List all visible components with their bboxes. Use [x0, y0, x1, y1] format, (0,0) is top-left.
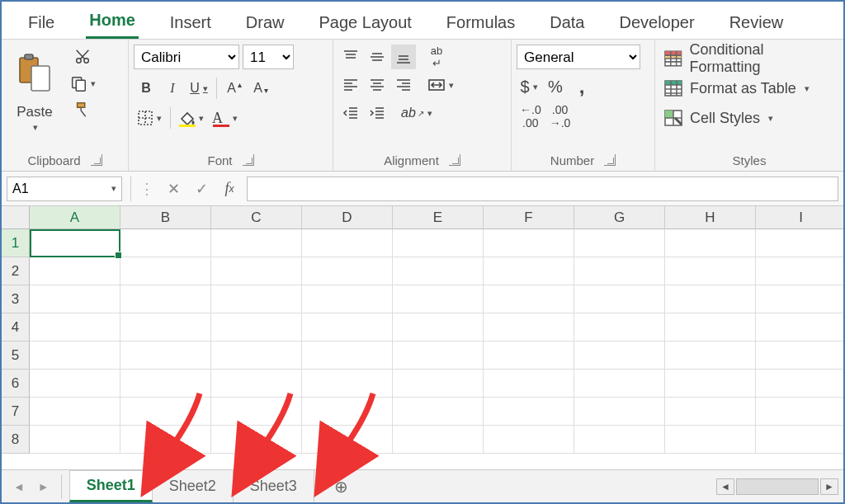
- paste-label: Paste: [17, 104, 52, 120]
- font-size-select[interactable]: 11: [243, 45, 294, 69]
- ribbon-tabs: File Home Insert Draw Page Layout Formul…: [2, 2, 843, 40]
- align-right-button[interactable]: [391, 73, 416, 97]
- row-header[interactable]: 2: [2, 257, 30, 285]
- decrease-decimal-button[interactable]: .00→.0: [546, 104, 574, 129]
- cells[interactable]: [30, 229, 843, 454]
- tab-page-layout[interactable]: Page Layout: [316, 13, 415, 39]
- row-header[interactable]: 5: [2, 341, 30, 370]
- column-header[interactable]: E: [393, 206, 484, 229]
- insert-function-button[interactable]: fx: [215, 177, 243, 201]
- column-header[interactable]: H: [665, 206, 756, 229]
- column-header[interactable]: D: [302, 206, 393, 229]
- align-left-button[interactable]: [338, 73, 363, 97]
- bold-button[interactable]: B: [134, 76, 158, 101]
- decrease-indent-button[interactable]: [338, 101, 363, 125]
- paste-button[interactable]: [10, 45, 59, 102]
- group-label-font: Font: [207, 153, 232, 167]
- tab-insert[interactable]: Insert: [167, 13, 215, 39]
- tab-review[interactable]: Review: [726, 13, 787, 39]
- group-font: Calibri 11 B I U▾ A▴ A▾ ▾ ▾: [129, 40, 333, 171]
- orientation-button[interactable]: ab↗▾: [398, 101, 436, 125]
- align-middle-button[interactable]: [365, 45, 389, 69]
- prev-sheet-button[interactable]: ◄: [7, 477, 31, 497]
- group-styles: Conditional Formatting Format as Table▾ …: [655, 40, 843, 171]
- next-sheet-button[interactable]: ►: [31, 477, 56, 497]
- wrap-text-button[interactable]: ab↵: [424, 45, 449, 69]
- tab-file[interactable]: File: [25, 13, 58, 39]
- number-format-select[interactable]: General: [517, 45, 640, 69]
- row-header[interactable]: 1: [2, 229, 30, 257]
- tab-formulas[interactable]: Formulas: [443, 13, 518, 39]
- column-header[interactable]: A: [30, 206, 120, 229]
- tab-home[interactable]: Home: [86, 11, 139, 39]
- increase-decimal-button[interactable]: ←.0.00: [517, 104, 545, 129]
- formula-input[interactable]: [247, 177, 838, 201]
- column-header[interactable]: G: [574, 206, 665, 229]
- group-clipboard: Paste ▾ ▾ Clipboard: [2, 40, 129, 171]
- align-bottom-button[interactable]: [391, 45, 416, 69]
- italic-button[interactable]: I: [160, 76, 185, 101]
- group-label-alignment: Alignment: [384, 153, 439, 167]
- name-box[interactable]: A1 ▾: [7, 177, 122, 201]
- row-header[interactable]: 8: [2, 426, 30, 454]
- svg-rect-2: [31, 66, 50, 91]
- row-header[interactable]: 6: [2, 370, 30, 398]
- format-as-table-button[interactable]: Format as Table▾: [660, 74, 838, 102]
- percent-format-button[interactable]: %: [543, 74, 568, 99]
- fill-color-button[interactable]: ▾: [176, 106, 207, 130]
- group-alignment: ab↵ ▾ ab↗▾ Alignment: [333, 40, 512, 171]
- add-sheet-button[interactable]: ⊕: [329, 474, 354, 499]
- align-top-button[interactable]: [338, 45, 363, 69]
- tab-draw[interactable]: Draw: [243, 13, 288, 39]
- align-center-button[interactable]: [365, 73, 389, 97]
- sheet-tab[interactable]: Sheet1: [69, 470, 153, 502]
- accounting-format-button[interactable]: $▾: [517, 74, 541, 99]
- column-header[interactable]: F: [484, 206, 574, 229]
- decrease-font-button[interactable]: A▾: [248, 76, 273, 101]
- scroll-right-button[interactable]: ►: [820, 478, 838, 495]
- cancel-formula-button[interactable]: ✕: [159, 177, 187, 201]
- font-color-button[interactable]: A ▾: [209, 106, 241, 130]
- comma-format-button[interactable]: ,: [569, 74, 594, 99]
- tab-developer[interactable]: Developer: [616, 13, 697, 39]
- copy-button[interactable]: ▾: [66, 71, 99, 96]
- increase-font-button[interactable]: A▴: [222, 76, 247, 101]
- dialog-launcher-icon[interactable]: [449, 154, 460, 166]
- sheet-tab[interactable]: Sheet3: [234, 470, 314, 502]
- enter-formula-button[interactable]: ✓: [187, 177, 215, 201]
- conditional-formatting-button[interactable]: Conditional Formatting: [660, 45, 838, 73]
- horizontal-scrollbar[interactable]: ◄ ►: [716, 478, 838, 495]
- column-header[interactable]: I: [756, 206, 843, 229]
- column-header[interactable]: C: [211, 206, 302, 229]
- sheet-grid: A B C D E F G H I 1 2 3 4 5 6 7 8: [2, 206, 843, 457]
- drag-handle-icon[interactable]: ⋮: [135, 180, 159, 198]
- group-label-styles: Styles: [733, 153, 767, 167]
- formula-bar: A1 ▾ ⋮ ✕ ✓ fx: [2, 172, 843, 206]
- dialog-launcher-icon[interactable]: [604, 154, 616, 166]
- borders-button[interactable]: ▾: [134, 106, 165, 130]
- font-family-select[interactable]: Calibri: [134, 45, 239, 69]
- select-all-corner[interactable]: [2, 206, 30, 229]
- column-header[interactable]: B: [120, 206, 211, 229]
- merge-center-button[interactable]: ▾: [424, 73, 457, 97]
- svg-rect-6: [76, 80, 85, 91]
- chevron-down-icon[interactable]: ▾: [111, 183, 116, 194]
- dialog-launcher-icon[interactable]: [243, 154, 254, 166]
- svg-rect-15: [665, 111, 673, 118]
- sheet-tab[interactable]: Sheet2: [153, 470, 234, 502]
- chevron-down-icon[interactable]: ▾: [33, 122, 38, 133]
- row-header[interactable]: 4: [2, 313, 30, 341]
- group-number: General $▾ % , ←.0.00 .00→.0 Number: [512, 40, 655, 171]
- increase-indent-button[interactable]: [365, 101, 389, 125]
- cell-styles-button[interactable]: Cell Styles▾: [660, 104, 838, 132]
- row-header[interactable]: 7: [2, 398, 30, 426]
- scroll-left-button[interactable]: ◄: [716, 478, 734, 495]
- ribbon: Paste ▾ ▾ Clipboard Calibri 11: [2, 40, 843, 172]
- group-label-clipboard: Clipboard: [27, 153, 80, 167]
- dialog-launcher-icon[interactable]: [91, 154, 102, 166]
- cut-button[interactable]: [66, 45, 99, 69]
- tab-data[interactable]: Data: [546, 13, 588, 39]
- format-painter-button[interactable]: [66, 97, 99, 122]
- row-header[interactable]: 3: [2, 285, 30, 313]
- underline-button[interactable]: U▾: [186, 76, 211, 101]
